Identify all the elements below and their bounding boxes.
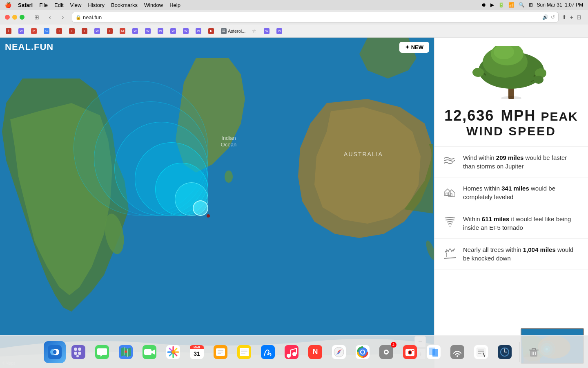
apple-menu[interactable]: 🍎	[5, 2, 11, 8]
close-button[interactable]	[5, 15, 10, 20]
svg-point-15	[472, 68, 484, 77]
bookmark-w-4[interactable]: W	[143, 26, 154, 36]
effect-trees-text: Nearly all trees within 1,004 miles woul…	[463, 245, 580, 263]
svg-point-35	[74, 352, 77, 355]
menubar-search[interactable]: 🔍	[519, 2, 525, 8]
bookmark-m-2[interactable]: M	[117, 26, 129, 36]
bookmark-star[interactable]: ☆	[249, 26, 261, 36]
menu-safari[interactable]: Safari	[18, 2, 33, 8]
bookmark-w-6[interactable]: W	[168, 26, 180, 36]
menu-history[interactable]: History	[88, 2, 104, 8]
bookmark-g[interactable]: G	[41, 26, 53, 36]
dock-textedit[interactable]	[470, 341, 492, 363]
dock-news[interactable]: N	[304, 341, 326, 363]
svg-rect-60	[261, 345, 275, 359]
dock-trash[interactable]	[523, 341, 545, 363]
dock-maps[interactable]	[115, 341, 137, 363]
dock-sysprefs[interactable]: 2	[375, 341, 397, 363]
bookmark-w-3[interactable]: W	[130, 26, 142, 36]
svg-rect-42	[144, 349, 151, 355]
svg-rect-56	[240, 348, 249, 356]
menubar-screenrecord: ⏺	[481, 2, 486, 8]
dock-timemachine[interactable]	[494, 341, 516, 363]
home-icon	[443, 184, 457, 199]
dock-notes[interactable]	[233, 341, 255, 363]
forward-button[interactable]: ›	[57, 13, 69, 22]
speed-unit: MPH	[501, 107, 536, 124]
bookmark-im-3[interactable]: i	[67, 26, 78, 36]
dock-photos[interactable]	[162, 341, 184, 363]
dock-calendar[interactable]: MAR31	[186, 341, 208, 363]
map-svg: Indian Ocean AUSTRALIA	[0, 38, 434, 368]
browser-titlebar: ⊞ ‹ › 🔒 neal.fun 🔊 ↺ ⬆ + ⊡	[0, 10, 588, 25]
dock: MAR31 N 2	[0, 335, 588, 368]
map-area[interactable]: Indian Ocean AUSTRALIA NEAL.FUN ✦ NEW	[0, 38, 434, 368]
bookmark-im-2[interactable]: i	[54, 26, 66, 36]
effect-wind-miles: 209 miles	[496, 154, 524, 161]
dock-music[interactable]	[281, 341, 303, 363]
dock-launchpad[interactable]	[67, 341, 89, 363]
audio-icon[interactable]: 🔊	[542, 14, 548, 20]
svg-text:Ocean: Ocean	[221, 141, 236, 148]
dock-freeform[interactable]	[257, 341, 279, 363]
dock-preview[interactable]	[423, 341, 445, 363]
menu-edit[interactable]: Edit	[54, 2, 63, 8]
bookmark-w-7[interactable]: W	[180, 26, 192, 36]
svg-point-3	[225, 171, 233, 183]
svg-rect-90	[432, 349, 438, 357]
share-icon[interactable]: ⬆	[562, 14, 567, 20]
svg-point-92	[457, 355, 458, 357]
minimize-button[interactable]	[12, 15, 17, 20]
url-bar[interactable]: 🔒 neal.fun 🔊 ↺	[72, 12, 559, 22]
dock-facetime[interactable]	[138, 341, 160, 363]
main-content: Indian Ocean AUSTRALIA NEAL.FUN ✦ NEW	[0, 38, 588, 368]
dock-reminders[interactable]	[209, 341, 232, 363]
effect-homes-prefix: Homes within	[463, 185, 501, 192]
nav-buttons: ⊞ ‹ ›	[31, 13, 69, 22]
maximize-button[interactable]	[20, 15, 24, 20]
menubar-controlcenter[interactable]: ⊞	[529, 2, 533, 8]
wind-icon	[443, 153, 457, 168]
dock-chrome[interactable]	[352, 341, 374, 363]
bookmark-asteroids[interactable]: 🏛Asteroi...	[218, 26, 248, 36]
bookmark-im-5[interactable]: i	[105, 26, 116, 36]
tree-knocked-icon	[443, 245, 457, 260]
menu-view[interactable]: View	[70, 2, 82, 8]
bookmark-m-1[interactable]: M	[29, 26, 40, 36]
menu-window[interactable]: Window	[144, 2, 163, 8]
dock-safari[interactable]	[328, 341, 350, 363]
bookmark-im-4[interactable]: i	[79, 26, 91, 36]
new-tab-button[interactable]: +	[570, 14, 573, 20]
tab-overview[interactable]: ⊡	[577, 14, 581, 20]
bookmark-im-1[interactable]: i	[3, 26, 15, 36]
menubar-wifi: 📶	[508, 2, 514, 8]
refresh-icon[interactable]: ↺	[551, 14, 555, 20]
bookmark-w-5[interactable]: W	[155, 26, 167, 36]
new-button[interactable]: ✦ NEW	[399, 42, 429, 53]
url-bar-icons: 🔊 ↺	[542, 14, 555, 20]
menu-bookmarks[interactable]: Bookmarks	[111, 2, 138, 8]
bookmark-rss[interactable]: ▶	[206, 26, 218, 36]
menubar-battery: 🔋	[498, 2, 504, 8]
traffic-lights	[5, 15, 24, 20]
bookmark-w-8[interactable]: W	[193, 26, 205, 36]
dock-messages[interactable]	[91, 341, 113, 363]
dock-finder[interactable]	[44, 341, 66, 363]
dock-wirelessdiag[interactable]	[446, 341, 468, 363]
bookmark-w-9[interactable]: W	[261, 26, 273, 36]
svg-point-36	[78, 352, 81, 355]
effect-tornado-prefix: Within	[463, 215, 482, 222]
sidebar-toggle[interactable]: ⊞	[31, 13, 42, 22]
svg-point-40	[125, 350, 127, 353]
url-text: neal.fun	[83, 14, 102, 20]
svg-point-9	[501, 96, 521, 99]
menu-file[interactable]: File	[39, 2, 48, 8]
bookmark-w-10[interactable]: W	[274, 26, 286, 36]
impact-center	[207, 214, 210, 218]
menu-help[interactable]: Help	[169, 2, 180, 8]
back-button[interactable]: ‹	[44, 13, 56, 22]
dock-photobooth[interactable]	[399, 341, 421, 363]
svg-point-79	[361, 350, 364, 354]
bookmark-w-1[interactable]: W	[16, 26, 28, 36]
bookmark-w-2[interactable]: W	[92, 26, 104, 36]
